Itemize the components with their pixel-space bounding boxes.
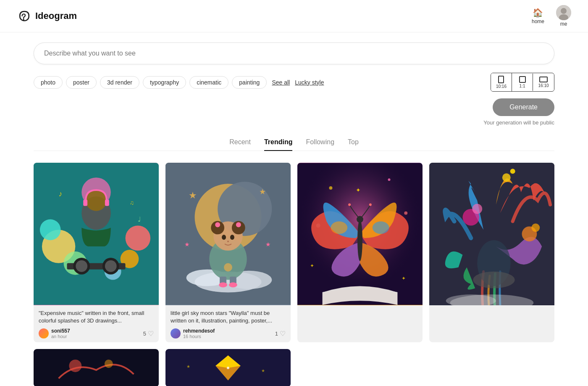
svg-point-46 bbox=[229, 283, 237, 288]
ratio-portrait-btn[interactable]: 10:16 bbox=[491, 73, 512, 91]
tabs-row: Recent Trending Following Top bbox=[34, 138, 554, 151]
author-info-2: rehmendesof 16 hours bbox=[183, 328, 215, 339]
author-name-2: rehmendesof bbox=[183, 328, 215, 334]
image-card-bottom-2[interactable]: ★ ★ bbox=[165, 349, 291, 386]
svg-text:★: ★ bbox=[186, 364, 190, 369]
author-info-1: soni557 an hour bbox=[51, 328, 70, 339]
svg-text:★: ★ bbox=[184, 241, 190, 248]
tag-cinematic[interactable]: cinematic bbox=[189, 76, 228, 89]
generate-button[interactable]: Generate bbox=[493, 98, 554, 116]
svg-text:★: ★ bbox=[265, 241, 271, 248]
image-card-bottom-4 bbox=[429, 349, 554, 386]
image-card-2[interactable]: ★ ★ ★ ★ bbox=[165, 163, 291, 342]
home-nav[interactable]: 🏠 home bbox=[532, 8, 544, 24]
svg-point-65 bbox=[510, 169, 515, 174]
image-grid-bottom: ★ ★ bbox=[34, 349, 554, 386]
svg-point-20 bbox=[105, 260, 117, 272]
image-thumb-3: ✦ ✦ ✦ bbox=[297, 163, 423, 305]
image-card-bottom-1[interactable] bbox=[34, 349, 159, 386]
ratio-square-btn[interactable]: 1:1 bbox=[512, 74, 533, 91]
logo-text: Ideogram bbox=[35, 11, 77, 21]
svg-point-40 bbox=[222, 235, 226, 240]
tab-trending[interactable]: Trending bbox=[264, 138, 293, 151]
svg-point-39 bbox=[236, 222, 241, 227]
image-info-2: little girl sky moon stars "Waylla" must… bbox=[165, 305, 291, 342]
tab-following[interactable]: Following bbox=[306, 138, 334, 151]
ratio-portrait-label: 10:16 bbox=[496, 84, 507, 89]
tag-3d-render[interactable]: 3d render bbox=[100, 76, 139, 89]
tab-top[interactable]: Top bbox=[348, 138, 359, 151]
image-meta-2: rehmendesof 16 hours 1 ♡ bbox=[171, 328, 286, 339]
heart-icon-2[interactable]: ♡ bbox=[280, 330, 286, 338]
svg-text:♩: ♩ bbox=[138, 216, 141, 223]
filter-tags: photo poster 3d render typography cinema… bbox=[34, 76, 324, 89]
tag-poster[interactable]: poster bbox=[66, 76, 97, 89]
svg-point-55 bbox=[373, 222, 389, 234]
filter-row: photo poster 3d render typography cinema… bbox=[34, 73, 554, 92]
svg-point-67 bbox=[473, 272, 514, 288]
me-nav[interactable]: me bbox=[556, 5, 571, 27]
image-card-bottom-3 bbox=[297, 349, 423, 386]
tag-typography[interactable]: typography bbox=[143, 76, 186, 89]
image-desc-2: little girl sky moon stars "Waylla" must… bbox=[171, 309, 286, 325]
image-card-3[interactable]: ✦ ✦ ✦ bbox=[297, 163, 423, 342]
heart-icon-1[interactable]: ♡ bbox=[148, 330, 154, 338]
image-author-1: soni557 an hour bbox=[39, 328, 70, 339]
svg-text:♫: ♫ bbox=[129, 199, 134, 206]
svg-text:✦: ✦ bbox=[402, 275, 406, 281]
image-thumb-bottom-1 bbox=[34, 349, 159, 386]
svg-point-6 bbox=[40, 219, 61, 241]
search-container bbox=[34, 42, 554, 64]
author-time-1: an hour bbox=[51, 334, 70, 339]
svg-point-76 bbox=[105, 360, 113, 368]
tag-photo[interactable]: photo bbox=[34, 76, 63, 89]
me-label: me bbox=[560, 21, 567, 27]
see-all-link[interactable]: See all bbox=[272, 79, 290, 86]
ratio-landscape-btn[interactable]: 16:10 bbox=[533, 74, 554, 90]
logo[interactable]: Ideogram bbox=[17, 8, 77, 24]
like-count-1: 5 bbox=[143, 330, 146, 337]
home-label: home bbox=[532, 19, 544, 24]
portrait-icon bbox=[498, 76, 504, 83]
square-icon bbox=[519, 76, 526, 83]
svg-text:★: ★ bbox=[260, 188, 266, 196]
like-count-2: 1 bbox=[275, 330, 278, 337]
svg-text:★: ★ bbox=[189, 190, 197, 201]
svg-point-38 bbox=[215, 222, 220, 227]
image-thumb-bottom-2: ★ ★ bbox=[165, 349, 291, 386]
main-content: photo poster 3d render typography cinema… bbox=[17, 32, 571, 386]
landscape-icon bbox=[539, 77, 548, 82]
avatar[interactable] bbox=[556, 5, 571, 20]
svg-point-2 bbox=[561, 8, 567, 14]
svg-point-42 bbox=[227, 241, 229, 242]
image-card-4[interactable] bbox=[429, 163, 554, 342]
search-input[interactable] bbox=[34, 42, 554, 64]
logo-icon bbox=[17, 8, 32, 24]
svg-point-47 bbox=[224, 263, 232, 272]
image-desc-1: "Expensive music" written in the front, … bbox=[39, 309, 154, 325]
svg-point-56 bbox=[357, 219, 362, 261]
svg-point-54 bbox=[331, 222, 347, 234]
svg-point-58 bbox=[348, 204, 351, 206]
lucky-style-link[interactable]: Lucky style bbox=[295, 79, 324, 86]
tab-recent[interactable]: Recent bbox=[229, 138, 251, 151]
svg-point-59 bbox=[369, 204, 372, 206]
tag-painting[interactable]: painting bbox=[232, 76, 267, 89]
svg-text:✦: ✦ bbox=[310, 263, 314, 269]
image-thumb-2: ★ ★ ★ ★ bbox=[165, 163, 291, 305]
ratio-square-label: 1:1 bbox=[520, 84, 525, 88]
svg-point-18 bbox=[76, 260, 87, 272]
image-card-1[interactable]: ♪ ♫ ♩ "Expensive music" written in the f… bbox=[34, 163, 159, 342]
avatar-image bbox=[556, 5, 571, 20]
svg-point-7 bbox=[126, 225, 151, 251]
image-grid: ♪ ♫ ♩ "Expensive music" written in the f… bbox=[34, 163, 554, 342]
svg-rect-74 bbox=[34, 349, 159, 386]
header: Ideogram 🏠 home me bbox=[0, 0, 588, 32]
author-avatar-1 bbox=[39, 328, 49, 338]
svg-point-41 bbox=[230, 235, 234, 240]
image-likes-2: 1 ♡ bbox=[275, 330, 286, 338]
image-thumb-1: ♪ ♫ ♩ bbox=[34, 163, 159, 305]
svg-text:✦: ✦ bbox=[356, 187, 361, 193]
author-avatar-2 bbox=[171, 328, 181, 338]
home-icon: 🏠 bbox=[533, 8, 543, 18]
